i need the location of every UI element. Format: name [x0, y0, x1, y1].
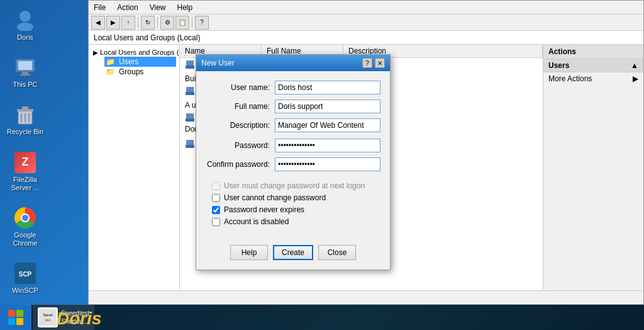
svg-rect-0 — [19, 11, 31, 22]
dialog-content: User name: Full name: Description: Passw… — [196, 71, 390, 239]
actions-collapse-icon: ▲ — [631, 61, 638, 70]
speedtest-taskbar-icon: Speed test — [38, 307, 58, 327]
tree-panel: ▶ Local Users and Groups (Local) 📁 Users… — [89, 45, 180, 290]
checkbox-must-change-row: User must change password at next logon — [206, 181, 380, 190]
desktop-icons-container: Doris This PC — [0, 0, 50, 304]
desktop-icon-doris[interactable]: Doris — [3, 6, 47, 44]
confirm-password-row: Confirm password: — [206, 157, 380, 171]
help-button[interactable]: Help — [230, 245, 268, 260]
svg-rect-17 — [186, 92, 194, 95]
winscp-icon: SCP — [14, 262, 36, 285]
desktop-icon-winscp[interactable]: SCP WinSCP — [3, 259, 47, 297]
svg-point-1 — [17, 23, 33, 31]
checkbox-must-change-label: User must change password at next logon — [224, 181, 365, 190]
create-button[interactable]: Create — [273, 245, 313, 260]
username-label: User name: — [206, 83, 275, 92]
toolbar-up-btn[interactable]: ↑ — [121, 16, 135, 30]
dialog-close-btn[interactable]: ✕ — [375, 58, 385, 68]
tree-root-item[interactable]: ▶ Local Users and Groups (Local) — [92, 48, 176, 57]
user-icon-guest — [185, 139, 195, 149]
filezilla-icon: Z — [14, 151, 36, 174]
tree-item-users[interactable]: 📁 Users — [104, 57, 176, 67]
toolbar-help-btn[interactable]: ? — [195, 16, 209, 30]
toolbar: ◀ ▶ ↑ ↻ ⚙ 📋 ? — [89, 14, 643, 31]
toolbar-sep1 — [138, 17, 138, 28]
svg-rect-16 — [186, 87, 194, 92]
dialog-title: New User — [201, 59, 235, 67]
toolbar-properties-btn[interactable]: 📋 — [175, 16, 189, 30]
winscp-label: WinSCP — [12, 287, 38, 295]
tree-root-label: Local Users and Groups (Local) — [100, 48, 180, 56]
doris-icon — [14, 9, 36, 31]
actions-arrow-icon: ▶ — [633, 74, 638, 83]
filezilla-label: FileZillaServer ... — [11, 176, 40, 192]
password-input[interactable] — [275, 139, 380, 152]
tree-groups-label: Groups — [119, 67, 143, 76]
svg-rect-3 — [18, 61, 32, 70]
checkbox-cannot-change-row: User cannot change password — [206, 193, 380, 202]
menu-action[interactable]: Action — [114, 3, 140, 13]
dialog-close-button[interactable]: Close — [318, 245, 356, 260]
confirm-password-input[interactable] — [275, 157, 380, 171]
toolbar-refresh-btn[interactable]: ↻ — [141, 16, 155, 30]
svg-rect-21 — [186, 145, 194, 148]
toolbar-sep3 — [192, 17, 192, 28]
user-icon-defaultaccount — [185, 86, 195, 96]
tree-children: 📁 Users 📁 Groups — [92, 57, 176, 77]
tree-expand-root: ▶ — [93, 49, 98, 56]
toolbar-back-btn[interactable]: ◀ — [91, 16, 105, 30]
actions-more-actions[interactable]: More Actions ▶ — [543, 72, 643, 85]
dialog-buttons: Help Create Close — [196, 239, 390, 270]
fullname-row: Full name: — [206, 100, 380, 113]
chrome-icon — [14, 207, 36, 229]
username-input[interactable] — [275, 81, 380, 94]
description-input[interactable] — [275, 118, 380, 132]
svg-rect-5 — [19, 74, 31, 76]
description-row: Description: — [206, 118, 380, 132]
svg-text:SCP: SCP — [19, 271, 32, 278]
checkbox-never-expires[interactable] — [212, 206, 220, 214]
menu-bar: File Action View Help — [89, 1, 643, 14]
toolbar-action-btn[interactable]: ⚙ — [160, 16, 174, 30]
desktop-icon-recycle-bin[interactable]: Recycle Bin — [3, 101, 47, 139]
svg-rect-20 — [186, 140, 194, 145]
password-row: Password: — [206, 139, 380, 152]
recycle-bin-icon — [14, 103, 36, 126]
user-icon-administrator — [185, 59, 195, 69]
checkbox-never-expires-row: Password never expires — [206, 205, 380, 214]
menu-view[interactable]: View — [147, 3, 169, 13]
actions-section-users[interactable]: Users ▲ — [543, 59, 643, 72]
menu-file[interactable]: File — [91, 3, 108, 13]
actions-title: Actions — [543, 45, 643, 59]
windows-logo-icon — [8, 310, 23, 325]
dialog-controls: ? ✕ — [362, 58, 385, 68]
svg-rect-14 — [186, 60, 194, 65]
toolbar-forward-btn[interactable]: ▶ — [106, 16, 120, 30]
desktop-icon-chrome[interactable]: GoogleChrome — [3, 204, 47, 250]
dialog-titlebar: New User ? ✕ — [196, 55, 390, 71]
desktop: Doris This PC — [0, 0, 644, 330]
start-button[interactable] — [0, 305, 31, 330]
svg-rect-4 — [22, 72, 28, 74]
doris-taskbar-text: Doris — [57, 309, 102, 329]
description-label: Description: — [206, 121, 275, 130]
svg-rect-22 — [40, 309, 56, 326]
menu-help[interactable]: Help — [175, 3, 196, 13]
confirm-password-label: Confirm password: — [206, 160, 275, 169]
recycle-bin-label: Recycle Bin — [7, 128, 43, 136]
mmc-window: File Action View Help ◀ ▶ ↑ ↻ ⚙ 📋 ? Loca… — [88, 0, 644, 305]
checkbox-cannot-change[interactable] — [212, 194, 220, 202]
desktop-icon-this-pc[interactable]: This PC — [3, 54, 47, 91]
checkbox-must-change[interactable] — [212, 182, 220, 190]
desktop-icon-filezilla[interactable]: Z FileZillaServer ... — [3, 149, 47, 195]
breadcrumb-bar: Local Users and Groups (Local) — [89, 31, 643, 45]
svg-rect-19 — [186, 118, 194, 122]
svg-rect-18 — [186, 113, 194, 118]
fullname-input[interactable] — [275, 100, 380, 113]
breadcrumb: Local Users and Groups (Local) — [94, 33, 200, 42]
checkbox-account-disabled[interactable] — [212, 218, 220, 226]
this-pc-label: This PC — [13, 81, 37, 89]
svg-text:test: test — [45, 318, 51, 322]
dialog-help-btn[interactable]: ? — [362, 58, 372, 68]
tree-item-groups[interactable]: 📁 Groups — [104, 67, 176, 77]
